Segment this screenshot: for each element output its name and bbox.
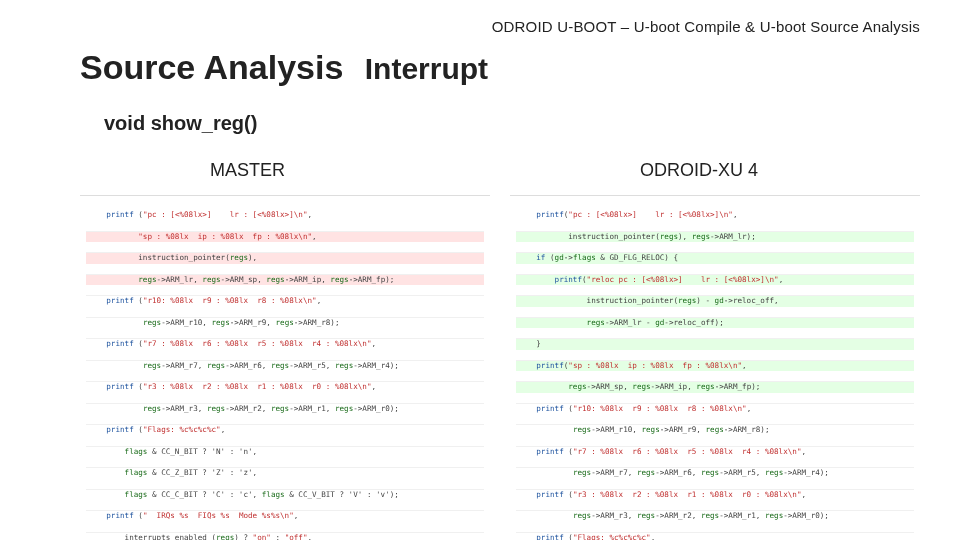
- column-master: MASTER printf ("pc : [<%08lx>] lr : [<%0…: [80, 160, 490, 540]
- code-line: regs->ARM_r10, regs->ARM_r9, regs->ARM_r…: [86, 317, 484, 328]
- code-line: printf ("r7 : %08lx r6 : %08lx r5 : %08l…: [86, 338, 484, 349]
- code-line: instruction_pointer(regs), regs->ARM_lr)…: [516, 231, 914, 242]
- code-line: printf ("r10: %08lx r9 : %08lx r8 : %08l…: [516, 403, 914, 414]
- code-line: interrupts_enabled (regs) ? "on" : "off"…: [86, 532, 484, 540]
- code-line: if (gd->flags & GD_FLG_RELOC) {: [516, 252, 914, 263]
- function-signature: void show_reg(): [104, 112, 257, 135]
- code-line: printf (" IRQs %s FIQs %s Mode %s%s\n",: [86, 510, 484, 521]
- code-line: printf ("r3 : %08lx r2 : %08lx r1 : %08l…: [86, 381, 484, 392]
- code-line: flags & CC_N_BIT ? 'N' : 'n',: [86, 446, 484, 457]
- code-line: printf("reloc pc : [<%08lx>] lr : [<%08l…: [516, 274, 914, 285]
- code-line: printf ("r10: %08lx r9 : %08lx r8 : %08l…: [86, 295, 484, 306]
- code-line: printf ("r7 : %08lx r6 : %08lx r5 : %08l…: [516, 446, 914, 457]
- code-line: printf("pc : [<%08lx>] lr : [<%08lx>]\n"…: [516, 210, 914, 220]
- code-line: "sp : %08lx ip : %08lx fp : %08lx\n",: [86, 231, 484, 242]
- code-line: regs->ARM_r10, regs->ARM_r9, regs->ARM_r…: [516, 424, 914, 435]
- page-header: ODROID U-BOOT – U-boot Compile & U-boot …: [0, 18, 920, 35]
- code-line: regs->ARM_r7, regs->ARM_r6, regs->ARM_r5…: [516, 467, 914, 478]
- code-line: printf ("r3 : %08lx r2 : %08lx r1 : %08l…: [516, 489, 914, 500]
- code-line: regs->ARM_lr, regs->ARM_sp, regs->ARM_ip…: [86, 274, 484, 285]
- code-line: regs->ARM_lr - gd->reloc_off);: [516, 317, 914, 328]
- code-line: printf ("Flags: %c%c%c%c",: [86, 424, 484, 435]
- code-columns: MASTER printf ("pc : [<%08lx>] lr : [<%0…: [80, 160, 920, 540]
- code-line: printf ("Flags: %c%c%c%c",: [516, 532, 914, 540]
- title-sub: Interrupt: [365, 52, 488, 85]
- code-line: printf("sp : %08lx ip : %08lx fp : %08lx…: [516, 360, 914, 371]
- code-line: regs->ARM_r7, regs->ARM_r6, regs->ARM_r5…: [86, 360, 484, 371]
- code-line: }: [516, 338, 914, 349]
- code-odroid: printf("pc : [<%08lx>] lr : [<%08lx>]\n"…: [510, 195, 920, 540]
- code-line: regs->ARM_sp, regs->ARM_ip, regs->ARM_fp…: [516, 381, 914, 392]
- title-main: Source Analysis: [80, 48, 343, 86]
- code-line: printf ("pc : [<%08lx>] lr : [<%08lx>]\n…: [86, 210, 484, 220]
- column-odroid-heading: ODROID-XU 4: [640, 160, 920, 181]
- code-line: regs->ARM_r3, regs->ARM_r2, regs->ARM_r1…: [516, 510, 914, 521]
- column-master-heading: MASTER: [210, 160, 490, 181]
- code-master: printf ("pc : [<%08lx>] lr : [<%08lx>]\n…: [80, 195, 490, 540]
- code-line: instruction_pointer(regs),: [86, 252, 484, 263]
- code-line: instruction_pointer(regs) - gd->reloc_of…: [516, 295, 914, 306]
- code-line: regs->ARM_r3, regs->ARM_r2, regs->ARM_r1…: [86, 403, 484, 414]
- page-title: Source Analysis Interrupt: [80, 48, 488, 87]
- code-line: flags & CC_Z_BIT ? 'Z' : 'z',: [86, 467, 484, 478]
- code-line: flags & CC_C_BIT ? 'C' : 'c', flags & CC…: [86, 489, 484, 500]
- column-odroid: ODROID-XU 4 printf("pc : [<%08lx>] lr : …: [510, 160, 920, 540]
